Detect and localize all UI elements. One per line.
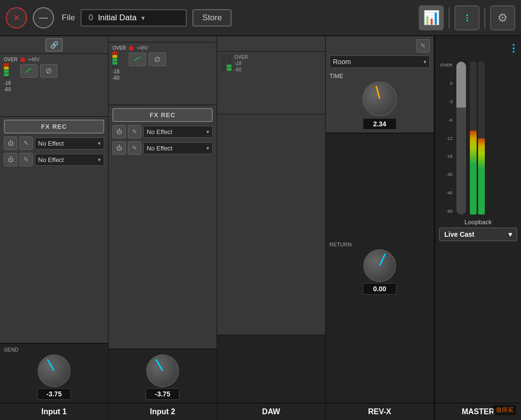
knob-indicator (47, 359, 55, 371)
send-value2: -3.75 (146, 388, 179, 400)
channels-area: 🔗 OVER -18 -60 (0, 36, 434, 420)
effect1-dropdown[interactable]: No Effect ▾ (35, 137, 104, 149)
preset-name: Initial Data (98, 13, 137, 23)
master-fader[interactable] (456, 62, 466, 215)
return-label: RETURN (329, 242, 352, 247)
clip-indicator2 (129, 46, 134, 51)
preset-selector[interactable]: 0 Initial Data ▾ (81, 9, 187, 27)
revx-room-dropdown[interactable]: Room ▾ (329, 55, 430, 68)
live-cast-label: Live Cast (444, 230, 474, 238)
settings-button[interactable]: ⚙ (490, 5, 515, 30)
edit-btn-4[interactable]: ✎ (128, 141, 141, 155)
left-meter (470, 62, 477, 215)
return-knob[interactable] (363, 249, 396, 282)
preset-dropdown-arrow: ▾ (141, 14, 145, 22)
file-menu[interactable]: File (62, 13, 75, 23)
daw-channel: OVER -18 -60 DAW (217, 36, 326, 420)
room-label: Room (333, 58, 351, 66)
input2-send-knob: -3.75 (146, 354, 179, 400)
input2-name: Input 2 (109, 403, 217, 420)
fx-rec-button2[interactable]: FX REC (112, 108, 213, 122)
mixer-icon: 📊 (423, 10, 440, 26)
daw-db18: -18 (234, 61, 248, 66)
eq-icon: ⫶ (465, 12, 470, 24)
close-button[interactable]: ✕ (6, 7, 27, 28)
input1-meter: OVER -18 -60 (4, 57, 17, 92)
send-label: SEND (4, 347, 19, 352)
power-btn-3[interactable]: ⏻ (112, 125, 126, 138)
phase-button2[interactable]: ∅ (149, 53, 166, 66)
effect1-label: No Effect (38, 140, 64, 147)
minimize-button[interactable]: — (33, 7, 54, 28)
send-knob[interactable] (38, 354, 70, 387)
preset-number: 0 (88, 13, 93, 23)
phantom-power2: +48V (137, 45, 148, 51)
master-mixer-icon-area: ⫶ (435, 36, 521, 60)
over-label2: OVER (112, 45, 126, 51)
phase-button[interactable]: ∅ (40, 64, 57, 78)
cyan-mixer-icon[interactable]: ⫶ (510, 40, 517, 56)
effect4-dropdown[interactable]: No Effect ▾ (143, 142, 213, 154)
effect3-dropdown[interactable]: No Effect ▾ (143, 126, 213, 138)
input2-btn-row: ∅ (129, 53, 213, 66)
top-icons: 📊 ⫶ ⚙ (419, 5, 515, 30)
time-label: TIME (329, 73, 343, 80)
daw-input-section: OVER -18 -60 (217, 52, 325, 114)
db-60-label: -60 (4, 87, 11, 92)
power-btn-4[interactable]: ⏻ (112, 141, 126, 155)
return-value: 0.00 (363, 283, 397, 295)
master-section: ⫶ OVER 0 -3 -6 -12 -18 -30 -40 -60 (434, 36, 521, 420)
effect4-label: No Effect (147, 145, 172, 152)
daw-meters (221, 54, 232, 71)
link-button-input1[interactable]: 🔗 (45, 38, 63, 52)
daw-over: OVER (234, 54, 248, 60)
revx-return-section: RETURN 0.00 (326, 133, 434, 403)
daw-db60: -60 (234, 67, 248, 72)
edit-btn-2[interactable]: ✎ (19, 153, 33, 166)
revx-edit-btn[interactable]: ✎ (416, 39, 430, 53)
fader-area: OVER 0 -3 -6 -12 -18 -30 -40 -60 (435, 60, 521, 217)
highpass-button[interactable] (20, 64, 38, 78)
fx-rec-button[interactable]: FX REC (4, 120, 104, 134)
right-meter (478, 62, 485, 215)
input1-effect2-row: ⏻ ✎ No Effect ▾ (4, 153, 104, 166)
clip-indicator (20, 57, 25, 62)
send-value: -3.75 (37, 388, 71, 400)
revx-return-knob: 0.00 (363, 249, 397, 295)
input1-send-knob: -3.75 (37, 354, 71, 400)
input1-channel: 🔗 OVER -18 -60 (0, 36, 109, 420)
main-content: 🔗 OVER -18 -60 (0, 36, 521, 420)
loopback-label: Loopback (435, 217, 521, 228)
input1-fx-section: FX REC ⏻ ✎ No Effect ▾ ⏻ ✎ No Effect ▾ (0, 117, 108, 343)
daw-send-area (217, 335, 325, 403)
store-button[interactable]: Store (192, 9, 232, 27)
highpass-button2[interactable] (129, 53, 146, 66)
db-60-label2: -60 (112, 75, 119, 81)
watermark: 值得买 (493, 405, 516, 415)
input2-controls: +48V ∅ (129, 45, 213, 66)
eq-view-button[interactable]: ⫶ (454, 5, 480, 30)
knob-indicator2 (155, 359, 164, 371)
input2-effect1-row: ⏻ ✎ No Effect ▾ (112, 125, 213, 138)
revx-name: REV-X (326, 403, 434, 420)
time-knob[interactable] (362, 81, 397, 116)
effect2-dropdown[interactable]: No Effect ▾ (35, 154, 104, 166)
edit-btn-1[interactable]: ✎ (19, 136, 33, 150)
revx-top: ✎ Room ▾ TIME 2.34 (326, 36, 434, 133)
phantom-power: +48V (28, 57, 40, 62)
db-18-label2: -18 (112, 69, 119, 74)
input2-input-section: OVER -18 -60 (109, 42, 217, 105)
revx-channel: ✎ Room ▾ TIME 2.34 RETUR (326, 36, 434, 420)
effect3-label: No Effect (147, 128, 172, 135)
live-cast-dropdown[interactable]: Live Cast ▾ (439, 228, 517, 241)
power-btn-1[interactable]: ⏻ (4, 136, 17, 150)
send-knob2[interactable] (146, 354, 179, 387)
mixer-view-button[interactable]: 📊 (419, 5, 444, 30)
top-bar: ✕ — File 0 Initial Data ▾ Store 📊 ⫶ ⚙ (0, 0, 521, 36)
edit-btn-3[interactable]: ✎ (128, 125, 141, 138)
power-btn-2[interactable]: ⏻ (4, 153, 17, 166)
input2-send-section: -3.75 (109, 349, 217, 403)
daw-fx-area (217, 114, 325, 335)
input1-input-section: OVER -18 -60 (0, 54, 108, 117)
right-meter-fill (478, 138, 485, 215)
